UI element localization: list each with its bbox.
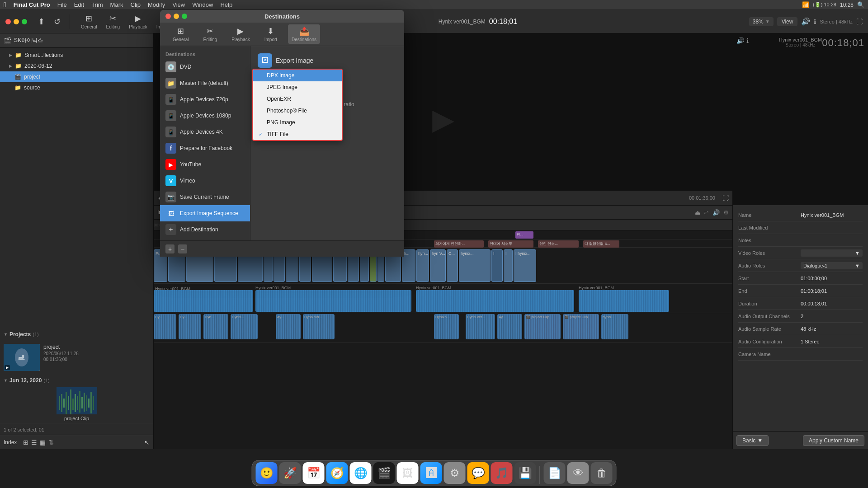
blur-clip-5[interactable]: 연대에 처소무 <box>488 240 533 248</box>
timeline-settings-icon[interactable]: ⚙ <box>723 209 729 216</box>
menu-edit[interactable]: Edit <box>74 1 84 8</box>
sub-clip[interactable]: 민... <box>515 231 533 239</box>
menu-clip[interactable]: Clip <box>131 1 141 8</box>
field-start-value[interactable]: 01:00:00;00 <box>801 276 863 281</box>
dropdown-item-photoshop[interactable]: Photoshop® File <box>253 105 342 117</box>
expand-icon[interactable]: ⛶ <box>722 194 729 202</box>
modal-playback-btn[interactable]: ▶ Playback <box>228 24 254 44</box>
close-window-btn[interactable] <box>5 19 11 24</box>
secondary-clips-row[interactable]: Hy... Hy... Hyn... Hynix... <box>154 313 732 343</box>
apply-custom-name-button[interactable]: Apply Custom Name <box>803 435 864 446</box>
dock-finalcut[interactable]: 🎬 <box>373 462 395 484</box>
field-audio-roles-select[interactable]: Dialogue-1 ▼ <box>801 262 863 269</box>
tree-item-smart-collections[interactable]: ▶ 📁 Smart...llections <box>0 50 153 61</box>
field-end-value[interactable]: 01:00:18;01 <box>801 288 863 294</box>
small-clip-7[interactable]: Hynix v... <box>434 314 459 339</box>
menu-view[interactable]: View <box>172 1 185 8</box>
wifi-icon[interactable]: 📶 <box>802 1 809 8</box>
dock-safari[interactable]: 🧭 <box>326 462 348 484</box>
share-btn[interactable]: ⬆ <box>34 15 48 28</box>
inspector-speaker-icon[interactable]: 🔊 <box>736 37 744 44</box>
dest-item-add[interactable]: + Add Destination <box>160 221 250 238</box>
small-clip-10[interactable]: 🎬 project Clip <box>524 314 561 339</box>
dropdown-item-png[interactable]: PNG Image <box>253 117 342 128</box>
menu-window[interactable]: Window <box>192 1 213 8</box>
modal-destinations-btn[interactable]: 📤 Destinations <box>288 24 320 44</box>
dock-calendar[interactable]: 📅 <box>303 462 325 484</box>
video-clip-22[interactable]: I <box>491 249 503 282</box>
dock-chrome[interactable]: 🌐 <box>350 462 372 484</box>
dest-item-vimeo[interactable]: V Vimeo <box>160 173 250 189</box>
field-duration-value[interactable]: 00:00:18;01 <box>801 301 863 306</box>
dock-appstore[interactable]: 🅰 <box>420 462 442 484</box>
small-clip-9[interactable]: Ay... <box>497 314 522 339</box>
menu-file[interactable]: File <box>57 1 67 8</box>
dest-item-youtube[interactable]: ▶ YouTube <box>160 156 250 173</box>
dock-kakaotalk[interactable]: 💬 <box>467 462 489 484</box>
apple-menu[interactable]:  <box>4 1 6 9</box>
tree-item-project[interactable]: 🎬 project <box>0 71 153 82</box>
menu-trim[interactable]: Trim <box>91 1 103 8</box>
blur-clip-4[interactable]: 의가에게 인인하... <box>434 240 484 248</box>
zoom-control[interactable]: 38% ▼ <box>749 17 774 26</box>
dock-trash[interactable]: 🗑 <box>591 462 613 484</box>
dock-finder[interactable]: 🙂 <box>256 462 278 484</box>
timeline-tracks[interactable]: 실연은 없어다 이 사람은, 없어 자연이 없어 민... 축로가 삭제다인 -… <box>154 230 732 449</box>
blur-clip-7[interactable]: 다 없없없없 S... <box>583 240 619 248</box>
small-clip-6[interactable]: Hynix ver... <box>303 314 335 339</box>
dest-item-dvd[interactable]: 💿 DVD <box>160 59 250 75</box>
modal-editing-btn[interactable]: ✂ Editing <box>200 24 221 44</box>
field-asr-value[interactable]: 48 kHz <box>801 326 863 332</box>
bgm-clip-1[interactable] <box>154 290 253 312</box>
timeline-speaker-icon[interactable]: 🔊 <box>712 209 720 216</box>
bgm-clip-4[interactable] <box>579 290 669 312</box>
video-clip-19[interactable]: hyn V... <box>430 249 446 282</box>
dest-item-master[interactable]: 📁 Master File (default) <box>160 75 250 91</box>
dest-item-export-image[interactable]: 🖼 Export Image Sequence <box>160 205 250 221</box>
small-clip-8[interactable]: Hynix ver... <box>466 314 495 339</box>
bgm-clip-3[interactable] <box>416 290 574 312</box>
pointer-icon[interactable]: ↖ <box>144 439 150 446</box>
maximize-window-btn[interactable] <box>22 19 27 24</box>
modal-general-btn[interactable]: ⊞ General <box>169 24 193 44</box>
blur-clip-6[interactable]: 없인 연소... <box>538 240 579 248</box>
field-video-roles-select[interactable]: ▼ <box>801 249 863 257</box>
undo-btn[interactable]: ↺ <box>50 15 64 28</box>
menu-help[interactable]: Help <box>220 1 232 8</box>
dest-item-facebook[interactable]: f Prepare for Facebook <box>160 140 250 156</box>
dropdown-item-dpx[interactable]: DPX Image <box>253 70 342 81</box>
video-clip-18[interactable]: hyn... <box>416 249 429 282</box>
basic-button[interactable]: Basic ▼ <box>736 435 769 446</box>
dropdown-item-openexr[interactable]: OpenEXR <box>253 93 342 105</box>
speaker-icon[interactable]: 🔊 <box>801 17 810 26</box>
projects-arrow[interactable]: ▼ <box>4 332 8 337</box>
dock-wd[interactable]: 💾 <box>514 462 536 484</box>
tree-item-source[interactable]: 📁 source <box>0 82 153 93</box>
project-thumbnail[interactable]: ⛸ project 2020/06/12 11:28 00:01:36;00 <box>4 344 150 371</box>
modal-add-destination-btn[interactable]: + <box>165 244 175 253</box>
small-clip-2[interactable]: Hy... <box>179 314 201 339</box>
dock-preview[interactable]: 👁 <box>567 462 589 484</box>
app-name[interactable]: Final Cut Pro <box>14 1 50 8</box>
info-icon[interactable]: ℹ <box>814 18 816 25</box>
date-arrow[interactable]: ▼ <box>4 378 8 383</box>
bgm-clip-2[interactable] <box>255 290 411 312</box>
modal-zoom-btn[interactable] <box>182 14 187 19</box>
bgm-track-1[interactable]: Hynix ver001_BGM Hynix ver001_BGM Hynix … <box>154 284 732 313</box>
menu-modify[interactable]: Modify <box>148 1 165 8</box>
minimize-window-btn[interactable] <box>14 19 19 24</box>
field-ac-value[interactable]: 1 Stereo <box>801 339 863 344</box>
dest-item-apple1080[interactable]: 📱 Apple Devices 1080p <box>160 108 250 124</box>
small-clip-3[interactable]: Hyn... <box>203 314 228 339</box>
timeline-sync-icon[interactable]: ⇌ <box>704 209 709 216</box>
dock-filemerge[interactable]: 📄 <box>544 462 566 484</box>
modal-import-btn[interactable]: ⬇ Import <box>261 24 281 44</box>
small-clip-11[interactable]: 🎬 project Clip <box>563 314 599 339</box>
field-aoc-value[interactable]: 2 <box>801 314 863 319</box>
search-icon[interactable]: 🔍 <box>857 1 864 8</box>
small-clip-12[interactable]: hynix... <box>601 314 628 339</box>
sort-icon[interactable]: ⇅ <box>48 439 54 446</box>
playback-btn[interactable]: ▶ Playback <box>125 12 151 31</box>
video-clip-21[interactable]: hynix... <box>459 249 491 282</box>
dock-photos[interactable]: 🖼 <box>397 462 419 484</box>
